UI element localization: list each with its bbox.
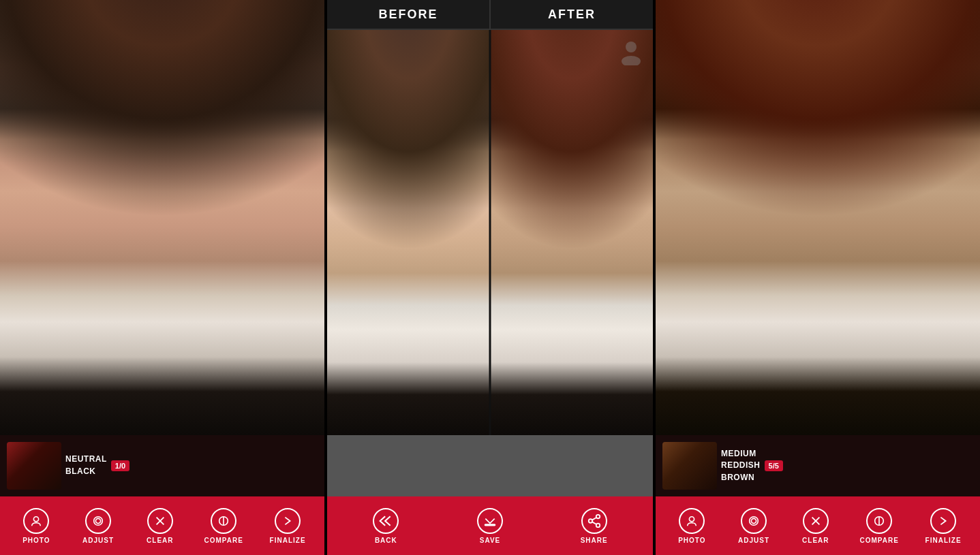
left-photo-icon: [23, 508, 49, 534]
svg-point-11: [588, 519, 592, 523]
left-compare-label: COMPARE: [204, 537, 243, 544]
middle-panel: BEFORE AFTER: [327, 0, 653, 555]
after-label: AFTER: [491, 0, 653, 29]
right-swatch-image: [662, 442, 717, 490]
right-hair-overlay: [656, 0, 980, 270]
right-compare-icon: [866, 508, 892, 534]
svg-point-7: [626, 42, 637, 52]
right-swatch-bar: MEDIUM REDDISH BROWN 5/5: [656, 435, 980, 496]
svg-line-14: [592, 517, 596, 520]
svg-point-16: [751, 518, 756, 523]
left-swatch-image: [7, 442, 61, 490]
before-label: BEFORE: [327, 0, 489, 29]
svg-rect-9: [485, 524, 495, 526]
right-photo-label: PHOTO: [678, 537, 705, 544]
back-label: BACK: [375, 537, 397, 544]
right-finalize-icon: [930, 508, 956, 534]
person-icon: [617, 38, 645, 70]
right-photo-button[interactable]: PHOTO: [674, 508, 709, 544]
left-swatch-bar: NEUTRAL BLACK 1/0: [0, 435, 324, 496]
right-toolbar: PHOTO ADJUST CLEAR: [656, 496, 980, 555]
right-swatch-label-line2: REDDISH: [721, 460, 761, 471]
svg-point-0: [34, 516, 39, 521]
svg-point-8: [622, 56, 641, 65]
svg-point-12: [596, 523, 600, 527]
right-compare-label: COMPARE: [860, 537, 899, 544]
left-photo-bg: [0, 0, 324, 435]
right-compare-button[interactable]: COMPARE: [860, 508, 899, 544]
left-swatch-label-line1: NEUTRAL: [65, 454, 107, 465]
left-photo-area: [0, 0, 324, 435]
right-clear-icon: [803, 508, 829, 534]
right-photo-bg: [656, 0, 980, 435]
svg-point-15: [690, 516, 694, 521]
right-badge: 5/5: [765, 460, 783, 471]
left-adjust-button[interactable]: ADJUST: [80, 508, 116, 544]
share-label: SHARE: [581, 537, 608, 544]
share-button[interactable]: SHARE: [577, 508, 612, 544]
left-hair-overlay: [0, 0, 324, 270]
save-icon: [477, 508, 503, 534]
right-panel: MEDIUM REDDISH BROWN 5/5 PHOTO ADJUST: [656, 0, 980, 555]
left-clear-label: CLEAR: [147, 537, 173, 544]
left-swatch-info: NEUTRAL BLACK: [65, 454, 107, 477]
left-compare-icon: [211, 508, 236, 534]
right-adjust-button[interactable]: ADJUST: [736, 508, 771, 544]
right-clear-label: CLEAR: [802, 537, 829, 544]
right-photo-area: [656, 0, 980, 435]
right-finalize-button[interactable]: FINALIZE: [925, 508, 962, 544]
back-icon: [373, 508, 399, 534]
svg-point-10: [596, 514, 600, 518]
save-label: SAVE: [480, 537, 501, 544]
compare-photo-area: [327, 30, 653, 435]
left-finalize-label: FINALIZE: [270, 537, 306, 544]
left-finalize-button[interactable]: FINALIZE: [270, 508, 306, 544]
compare-divider-line: [489, 30, 491, 435]
left-photo-button[interactable]: PHOTO: [18, 508, 54, 544]
save-button[interactable]: SAVE: [472, 508, 508, 544]
before-after-header: BEFORE AFTER: [327, 0, 653, 30]
left-adjust-icon: [85, 508, 111, 534]
compare-before-photo: [327, 30, 490, 435]
share-icon: [581, 508, 607, 534]
right-adjust-icon: [741, 508, 767, 534]
compare-before-hair: [327, 30, 490, 273]
right-photo-icon: [679, 508, 705, 534]
right-swatch-gradient: [662, 442, 717, 490]
right-clear-button[interactable]: CLEAR: [798, 508, 833, 544]
left-clear-icon: [147, 508, 173, 534]
left-swatch-label-line2: BLACK: [65, 466, 107, 477]
svg-point-1: [95, 518, 100, 523]
left-finalize-icon: [275, 508, 301, 534]
left-panel: NEUTRAL BLACK 1/0 PHOTO ADJUST: [0, 0, 324, 555]
left-compare-button[interactable]: COMPARE: [204, 508, 243, 544]
left-toolbar: PHOTO ADJUST CLEAR: [0, 496, 324, 555]
back-button[interactable]: BACK: [368, 508, 403, 544]
left-adjust-label: ADJUST: [82, 537, 114, 544]
right-finalize-label: FINALIZE: [925, 537, 962, 544]
left-photo-label: PHOTO: [22, 537, 50, 544]
right-swatch-label-line3: BROWN: [721, 473, 761, 483]
right-adjust-label: ADJUST: [738, 537, 769, 544]
left-clear-button[interactable]: CLEAR: [142, 508, 178, 544]
middle-grey-area: [327, 435, 653, 496]
svg-line-13: [592, 522, 596, 524]
left-badge: 1/0: [111, 460, 129, 471]
left-swatch-gradient: [7, 442, 61, 490]
middle-toolbar: BACK SAVE SHARE: [327, 496, 653, 555]
right-swatch-label-line1: MEDIUM: [721, 449, 761, 460]
compare-after-photo: [490, 30, 653, 435]
right-swatch-info: MEDIUM REDDISH BROWN: [721, 449, 761, 483]
